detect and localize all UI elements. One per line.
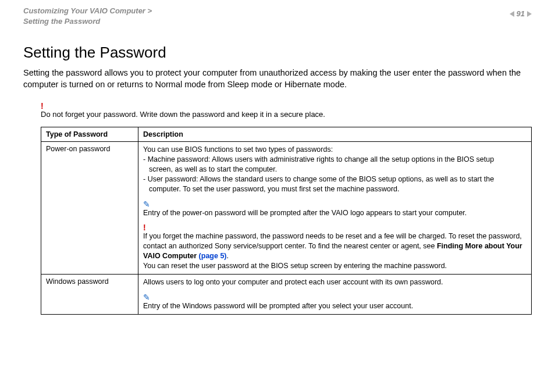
- desc-text: - Machine password: Allows users with ad…: [143, 155, 526, 165]
- warning-text: Do not forget your password. Write down …: [41, 110, 532, 119]
- desc-text: You can reset the user password at the B…: [143, 261, 526, 271]
- table-row: Windows password Allows users to log ont…: [41, 274, 532, 314]
- page-number: 91: [517, 9, 525, 18]
- intro-paragraph: Setting the password allows you to prote…: [23, 67, 532, 90]
- desc-text: - User password: Allows the standard use…: [143, 174, 526, 184]
- page-title: Setting the Password: [23, 44, 532, 62]
- desc-text: Allows users to log onto your computer a…: [143, 277, 526, 287]
- breadcrumb: Customizing Your VAIO Computer > Setting…: [23, 6, 152, 26]
- top-warning: ! Do not forget your password. Write dow…: [41, 102, 532, 119]
- cell-desc: Allows users to log onto your computer a…: [138, 274, 532, 314]
- note-icon: ✎: [143, 293, 526, 301]
- note-text: Entry of the Windows password will be pr…: [143, 301, 526, 311]
- warning-text: If you forget the machine password, the …: [143, 231, 526, 261]
- breadcrumb-line-2: Setting the Password: [23, 17, 100, 26]
- note-icon: ✎: [143, 200, 526, 208]
- cell-type: Windows password: [41, 274, 138, 314]
- prev-page-icon[interactable]: [510, 11, 514, 17]
- note-text: Entry of the power-on password will be p…: [143, 208, 526, 218]
- warning-icon: !: [41, 102, 532, 110]
- page-header: Customizing Your VAIO Computer > Setting…: [0, 0, 555, 30]
- page-link[interactable]: (page 5): [199, 252, 227, 260]
- password-table: Type of Password Description Power-on pa…: [41, 127, 532, 315]
- next-page-icon[interactable]: [527, 11, 532, 17]
- table-row: Power-on password You can use BIOS funct…: [41, 142, 532, 275]
- warning-icon: !: [143, 223, 526, 231]
- cell-desc: You can use BIOS functions to set two ty…: [138, 142, 532, 275]
- content-area: Setting the Password Setting the passwor…: [0, 30, 555, 315]
- desc-text: screen, as well as to start the computer…: [143, 165, 526, 174]
- cell-type: Power-on password: [41, 142, 138, 275]
- col-header-desc: Description: [138, 127, 532, 142]
- col-header-type: Type of Password: [41, 127, 138, 142]
- breadcrumb-line-1: Customizing Your VAIO Computer >: [23, 6, 152, 15]
- desc-text: You can use BIOS functions to set two ty…: [143, 145, 526, 155]
- pager: 91: [510, 9, 532, 18]
- desc-text: computer. To set the user password, you …: [143, 184, 526, 194]
